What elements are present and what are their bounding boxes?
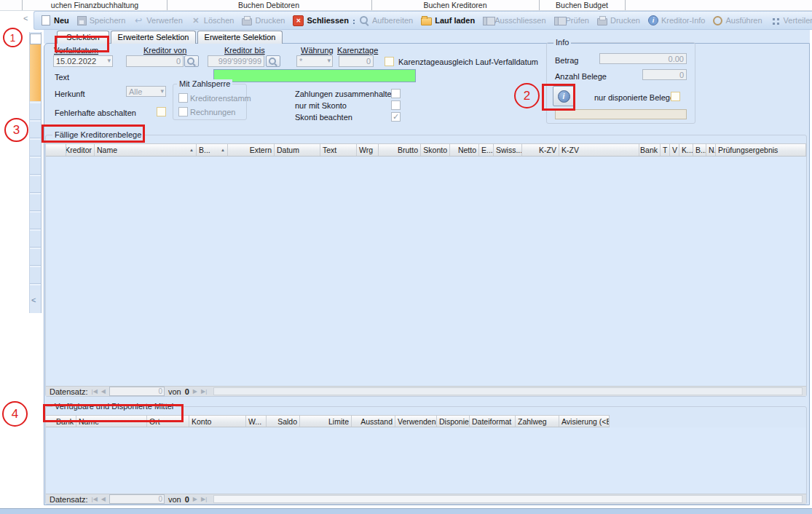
next-record-icon[interactable] bbox=[193, 496, 197, 502]
column-header-label: B... bbox=[199, 146, 210, 154]
column-header[interactable]: Wrg bbox=[357, 144, 379, 156]
module-tab-finanzbuchhaltung[interactable]: uchen Finanzbuchhaltung bbox=[22, 0, 167, 10]
column-header[interactable]: W... bbox=[246, 416, 267, 427]
first-record-icon[interactable] bbox=[92, 388, 98, 395]
toolbar-button-kreditor-info[interactable]: Kreditor-Info bbox=[645, 14, 709, 27]
module-tab-budget[interactable]: Buchen Budget bbox=[539, 0, 626, 10]
sort-ascending-icon bbox=[221, 148, 225, 152]
toolbar-button-speichern[interactable]: Speichern bbox=[74, 15, 130, 27]
zahlungen-zusammenhalten-checkbox[interactable] bbox=[391, 89, 401, 98]
column-header[interactable]: Extern bbox=[228, 144, 275, 156]
column-header[interactable]: Datum bbox=[275, 144, 320, 156]
column-header[interactable]: Limite bbox=[300, 416, 352, 427]
next-record-icon[interactable] bbox=[193, 388, 197, 395]
module-tab-debitoren[interactable]: Buchen Debitoren bbox=[166, 0, 372, 10]
column-header[interactable]: Dateiformat bbox=[470, 416, 516, 427]
column-header[interactable]: K-ZV bbox=[559, 144, 639, 156]
anzahl-belege-label: Anzahl Belege bbox=[555, 72, 607, 81]
tab-erweiterte-selektion-2[interactable]: Erweiterte Selektion bbox=[197, 31, 283, 44]
sidebar-search-box bbox=[30, 33, 42, 44]
toolbar-button-lauf-laden[interactable]: Lauf laden bbox=[417, 14, 478, 27]
column-header[interactable]: K-ZV bbox=[522, 144, 559, 156]
annotation-circle-3: 3 bbox=[4, 118, 28, 142]
column-header-label: Ausstand bbox=[360, 417, 393, 426]
column-header[interactable]: Prüfungsergebnis bbox=[716, 144, 806, 156]
column-header[interactable]: Name bbox=[95, 144, 197, 156]
kreditor-von-lookup-button[interactable] bbox=[184, 55, 199, 67]
verfalldatum-input[interactable]: 15.02.2022 bbox=[53, 55, 113, 67]
rechnungen-checkbox[interactable] bbox=[178, 107, 188, 116]
skonti-beachten-checkbox[interactable] bbox=[391, 112, 401, 122]
column-header-label: Skonto bbox=[423, 146, 447, 154]
folder-open-icon bbox=[421, 17, 432, 25]
horizontal-scrollbar[interactable] bbox=[213, 495, 803, 503]
column-header[interactable]: T bbox=[661, 144, 670, 156]
sidebar-collapse-icon[interactable] bbox=[31, 296, 36, 304]
waehrung-select[interactable]: * bbox=[296, 55, 333, 67]
text-input[interactable] bbox=[213, 69, 416, 82]
mittel-table-body[interactable] bbox=[46, 427, 806, 494]
previous-record-icon[interactable] bbox=[101, 496, 106, 502]
column-header[interactable] bbox=[46, 144, 66, 156]
record-number-input[interactable]: 0 bbox=[109, 387, 165, 396]
documents-stack-icon bbox=[483, 17, 492, 25]
record-number-input[interactable]: 0 bbox=[109, 494, 165, 504]
last-record-icon[interactable] bbox=[201, 388, 207, 395]
printer-icon bbox=[597, 18, 607, 25]
column-header[interactable]: N. bbox=[706, 144, 716, 156]
kreditorenstamm-checkbox[interactable] bbox=[178, 93, 188, 103]
karenztage-input[interactable]: 0 bbox=[339, 55, 374, 67]
column-header[interactable]: Brutto bbox=[379, 144, 421, 156]
toolbar-button-pruefen[interactable]: Prüfen bbox=[551, 14, 593, 27]
column-header[interactable]: Verwenden bbox=[395, 416, 437, 427]
kreditor-bis-input[interactable]: 999'999'999 bbox=[208, 55, 264, 67]
column-header[interactable]: Kreditor bbox=[66, 144, 95, 156]
last-record-icon[interactable] bbox=[201, 496, 207, 502]
module-tab-kreditoren[interactable]: Buchen Kreditoren bbox=[371, 0, 540, 10]
toolbar-button-ausfuehren[interactable]: Ausführen bbox=[709, 15, 765, 27]
column-header[interactable]: Bank bbox=[639, 144, 661, 156]
toolbar-button-label: Kreditor-Info bbox=[661, 16, 706, 25]
toolbar-overflow-icon[interactable] bbox=[353, 14, 355, 27]
toolbar-button-neu[interactable]: Neu bbox=[37, 14, 73, 27]
column-header[interactable]: Saldo bbox=[267, 416, 300, 427]
column-header[interactable]: Zahlweg bbox=[516, 416, 559, 427]
herkunft-label: Herkunft bbox=[55, 90, 85, 98]
column-header[interactable]: Avisierung (<B... bbox=[559, 416, 610, 427]
toolbar-button-schliessen[interactable]: Schliessen bbox=[289, 14, 352, 28]
toolbar-button-aufbereiten[interactable]: Aufbereiten bbox=[355, 15, 417, 27]
toolbar-button-verteilen[interactable]: Verteilen bbox=[767, 15, 812, 27]
karenztageausgleich-checkbox[interactable] bbox=[385, 57, 394, 66]
column-header[interactable]: B... bbox=[197, 144, 228, 156]
previous-record-icon[interactable] bbox=[101, 388, 106, 395]
column-header[interactable]: E... bbox=[479, 144, 494, 156]
column-header[interactable]: V bbox=[670, 144, 679, 156]
column-header[interactable]: K... bbox=[679, 144, 693, 156]
toolbar-button-ausschliessen[interactable]: Ausschliessen bbox=[479, 14, 549, 27]
first-record-icon[interactable] bbox=[92, 496, 98, 502]
nur-mit-skonto-checkbox[interactable] bbox=[391, 100, 401, 110]
fehlerhafte-checkbox[interactable] bbox=[157, 107, 166, 116]
toolbar-button-drucken-2[interactable]: Drucken bbox=[594, 14, 644, 27]
kreditor-bis-lookup-button[interactable] bbox=[266, 55, 280, 67]
toolbar-button-drucken[interactable]: Drucken bbox=[238, 14, 288, 27]
column-header[interactable]: Ausstand bbox=[352, 416, 395, 427]
toolbar-button-verwerfen[interactable]: Verwerfen bbox=[130, 15, 186, 27]
nur-disponierte-checkbox[interactable] bbox=[671, 92, 680, 101]
column-header[interactable]: Swiss... bbox=[494, 144, 522, 156]
column-header[interactable]: B... bbox=[693, 144, 706, 156]
column-header[interactable]: Disponiert... bbox=[437, 416, 470, 427]
column-header[interactable]: Netto bbox=[450, 144, 479, 156]
close-red-icon bbox=[293, 15, 304, 26]
toolbar-button-loeschen[interactable]: Löschen bbox=[187, 15, 238, 27]
kreditorenbelege-table-body[interactable] bbox=[46, 157, 806, 386]
horizontal-scrollbar[interactable] bbox=[213, 387, 803, 395]
column-header[interactable]: Skonto bbox=[421, 144, 450, 156]
column-header[interactable]: Konto bbox=[189, 416, 246, 427]
tab-erweiterte-selektion-1[interactable]: Erweiterte Selektion bbox=[111, 31, 196, 44]
kreditor-von-input[interactable]: 0 bbox=[126, 55, 184, 67]
column-header[interactable]: Text bbox=[320, 144, 357, 156]
collapse-chevron-icon[interactable] bbox=[23, 14, 28, 23]
herkunft-select[interactable]: Alle bbox=[126, 86, 166, 97]
printer-icon bbox=[242, 18, 252, 25]
